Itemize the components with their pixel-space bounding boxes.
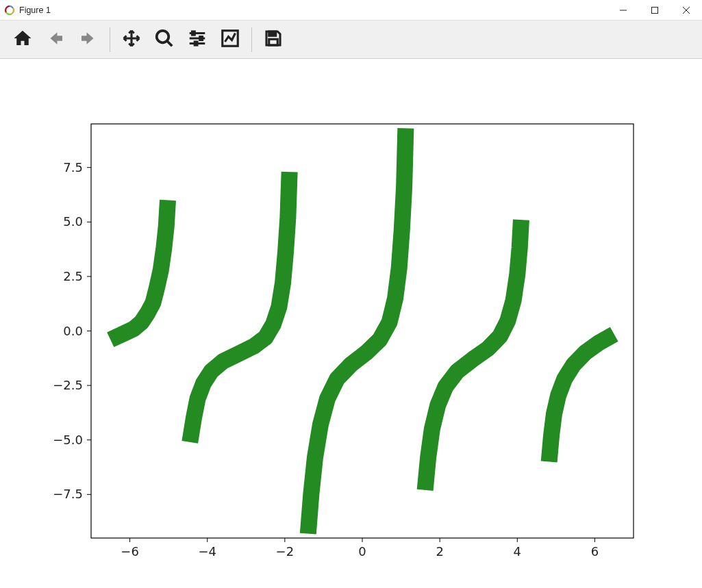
- svg-rect-8: [269, 39, 278, 45]
- zoom-button[interactable]: [150, 25, 179, 54]
- y-tick-label: 0.0: [63, 324, 83, 338]
- curve-2: [190, 172, 289, 442]
- axes-button[interactable]: [216, 25, 245, 54]
- y-tick-label: −2.5: [53, 378, 83, 392]
- curve-5: [549, 334, 614, 461]
- curve-1: [110, 200, 168, 340]
- svg-rect-4: [200, 36, 203, 40]
- home-icon: [12, 28, 33, 51]
- x-tick-label: 4: [514, 544, 521, 559]
- forward-icon: [78, 28, 99, 51]
- back-button[interactable]: [41, 25, 70, 54]
- svg-point-2: [157, 30, 169, 42]
- toolbar-separator: [251, 27, 252, 52]
- home-button[interactable]: [8, 25, 37, 54]
- window-titlebar: Figure 1: [0, 0, 702, 21]
- window-title: Figure 1: [19, 5, 51, 15]
- forward-button[interactable]: [74, 25, 103, 54]
- y-tick-label: −7.5: [53, 487, 83, 501]
- x-tick-label: 0: [358, 544, 366, 559]
- y-tick-label: −5.0: [53, 433, 83, 447]
- plot-svg: −6−4−20246−7.5−5.0−2.50.02.55.07.5: [0, 59, 702, 587]
- curve-4: [425, 220, 521, 490]
- back-icon: [45, 28, 66, 51]
- y-tick-label: 2.5: [63, 269, 83, 283]
- x-tick-label: −2: [276, 544, 294, 559]
- y-tick-label: 7.5: [63, 160, 83, 175]
- svg-rect-3: [192, 31, 195, 35]
- svg-rect-1: [652, 7, 658, 13]
- curve-3: [308, 128, 406, 533]
- x-tick-label: −4: [198, 544, 216, 559]
- minimize-button[interactable]: [607, 0, 639, 20]
- close-button[interactable]: [670, 0, 702, 20]
- svg-rect-5: [195, 42, 197, 45]
- zoom-icon: [154, 28, 175, 51]
- axes-icon: [220, 28, 240, 51]
- pan-icon: [121, 28, 142, 51]
- configure-icon: [187, 28, 208, 51]
- matplotlib-toolbar: [0, 21, 702, 59]
- toolbar-separator: [110, 27, 110, 52]
- app-icon: [4, 5, 15, 16]
- save-icon: [263, 28, 284, 51]
- svg-rect-7: [269, 31, 276, 36]
- pan-button[interactable]: [117, 25, 146, 54]
- x-tick-label: −6: [121, 544, 139, 559]
- configure-button[interactable]: [183, 25, 212, 54]
- y-tick-label: 5.0: [63, 214, 83, 229]
- maximize-button[interactable]: [639, 0, 670, 20]
- x-tick-label: 2: [436, 544, 443, 559]
- x-tick-label: 6: [591, 544, 599, 559]
- figure-canvas[interactable]: −6−4−20246−7.5−5.0−2.50.02.55.07.5: [0, 59, 702, 587]
- axes-frame: [91, 124, 634, 538]
- save-button[interactable]: [259, 25, 288, 54]
